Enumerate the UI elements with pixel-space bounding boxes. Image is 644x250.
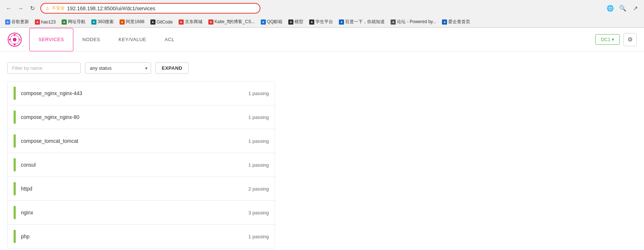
- filter-bar: any statuspassingwarningcritical EXPAND: [7, 62, 275, 74]
- app-container: SERVICESNODESKEY/VALUEACL DC1 ▾ ⚙ any st…: [0, 28, 644, 250]
- service-list-item[interactable]: compose_nginx_nginx-443 1 passing: [8, 81, 275, 105]
- service-name: httpd: [21, 186, 248, 192]
- back-button[interactable]: ←: [4, 3, 14, 14]
- service-status-indicator: [14, 230, 16, 243]
- status-filter-select[interactable]: any statuspassingwarningcritical: [85, 62, 151, 74]
- bookmark-item-6[interactable]: ●京东商城: [177, 18, 204, 26]
- bookmark-item-2[interactable]: ●网址导航: [60, 18, 87, 26]
- filter-name-input[interactable]: [7, 62, 81, 74]
- service-passing-count: 2 passing: [248, 186, 269, 192]
- main-content: any statuspassingwarningcritical EXPAND …: [0, 51, 644, 250]
- security-warning-icon: ⚠: [45, 6, 50, 11]
- search-button[interactable]: 🔍: [618, 3, 628, 14]
- address-text: 192.168.198.12:8500/ui/#/dc1/services: [67, 6, 255, 11]
- nav-tab-services[interactable]: SERVICES: [29, 28, 73, 51]
- bookmark-item-7[interactable]: ●Katie_ff的博客_CS...: [207, 18, 256, 26]
- bookmark-item-13[interactable]: ●爱企查首页: [440, 18, 472, 26]
- svg-point-2: [13, 38, 17, 41]
- service-passing-count: 1 passing: [248, 162, 269, 168]
- service-name: compose_nginx_nginx-80: [21, 114, 248, 120]
- bookmark-item-5[interactable]: ●GitCode: [149, 19, 174, 25]
- share-button[interactable]: ↗: [630, 3, 640, 14]
- bookmark-item-9[interactable]: ●模型: [287, 18, 305, 26]
- refresh-button[interactable]: ↻: [27, 3, 37, 14]
- bookmarks-bar: ●谷歌更新●hao123●网址导航●360搜索●阿里1688●GitCode●京…: [0, 17, 644, 28]
- browser-action-buttons: 🌐 🔍 ↗: [605, 3, 640, 14]
- nav-tabs: SERVICESNODESKEY/VALUEACL: [29, 28, 184, 51]
- translate-button[interactable]: 🌐: [605, 3, 615, 14]
- bookmark-item-10[interactable]: ●学生平台: [308, 18, 334, 26]
- service-status-indicator: [14, 182, 16, 195]
- service-list-item[interactable]: httpd 2 passing: [8, 177, 275, 201]
- browser-nav-buttons: ← → ↻: [4, 3, 37, 14]
- address-bar[interactable]: ⚠ 不安全 192.168.198.12:8500/ui/#/dc1/servi…: [40, 3, 260, 14]
- service-name: compose_nginx_nginx-443: [21, 90, 248, 96]
- security-label: 不安全: [52, 5, 65, 11]
- service-status-indicator: [14, 87, 16, 100]
- settings-button[interactable]: ⚙: [623, 33, 637, 46]
- bookmark-item-11[interactable]: ●百度一下，你就知道: [337, 18, 386, 26]
- service-status-indicator: [14, 134, 16, 148]
- status-select-wrapper: any statuspassingwarningcritical: [85, 62, 151, 74]
- service-list-item[interactable]: php 1 passing: [8, 225, 275, 248]
- bookmark-item-0[interactable]: ●谷歌更新: [4, 18, 30, 26]
- dc-selector-button[interactable]: DC1 ▾: [595, 34, 620, 45]
- bookmark-item-4[interactable]: ●阿里1688: [118, 18, 146, 26]
- right-panel: [275, 62, 637, 249]
- service-status-indicator: [14, 110, 16, 124]
- bookmark-item-12[interactable]: ●论坛 - Powered by...: [389, 18, 438, 26]
- svg-point-6: [19, 39, 21, 40]
- service-list: compose_nginx_nginx-443 1 passing compos…: [7, 81, 275, 249]
- nav-tab-acl[interactable]: ACL: [155, 28, 184, 51]
- service-passing-count: 3 passing: [248, 210, 269, 215]
- svg-point-4: [14, 43, 16, 45]
- service-name: php: [21, 233, 248, 239]
- service-passing-count: 1 passing: [248, 234, 269, 239]
- expand-button[interactable]: EXPAND: [155, 62, 189, 74]
- nav-tab-nodes[interactable]: NODES: [73, 28, 110, 51]
- service-list-item[interactable]: compose_tomcat_tomcat 1 passing: [8, 129, 275, 153]
- forward-button[interactable]: →: [15, 3, 26, 14]
- consul-logo: [7, 32, 22, 47]
- service-status-indicator: [14, 158, 16, 171]
- service-name: consul: [21, 162, 248, 168]
- service-passing-count: 1 passing: [248, 115, 269, 120]
- browser-chrome: ← → ↻ ⚠ 不安全 192.168.198.12:8500/ui/#/dc1…: [0, 0, 644, 28]
- bookmark-item-8[interactable]: ●QQ邮箱: [259, 18, 284, 26]
- browser-toolbar: ← → ↻ ⚠ 不安全 192.168.198.12:8500/ui/#/dc1…: [0, 0, 644, 17]
- consul-navbar: SERVICESNODESKEY/VALUEACL DC1 ▾ ⚙: [0, 28, 644, 51]
- services-panel: any statuspassingwarningcritical EXPAND …: [7, 62, 275, 249]
- bookmark-item-1[interactable]: ●hao123: [33, 19, 57, 25]
- service-passing-count: 1 passing: [248, 138, 269, 144]
- service-list-item[interactable]: consul 1 passing: [8, 153, 275, 177]
- service-name: nginx: [21, 210, 248, 215]
- service-list-item[interactable]: nginx 3 passing: [8, 201, 275, 225]
- service-list-item[interactable]: compose_nginx_nginx-80 1 passing: [8, 105, 275, 129]
- svg-point-3: [14, 34, 16, 36]
- service-passing-count: 1 passing: [248, 91, 269, 96]
- service-name: compose_tomcat_tomcat: [21, 138, 248, 144]
- service-status-indicator: [14, 206, 16, 219]
- bookmark-item-3[interactable]: ●360搜索: [90, 18, 115, 26]
- nav-tab-key-value[interactable]: KEY/VALUE: [109, 28, 155, 51]
- svg-point-5: [9, 39, 11, 40]
